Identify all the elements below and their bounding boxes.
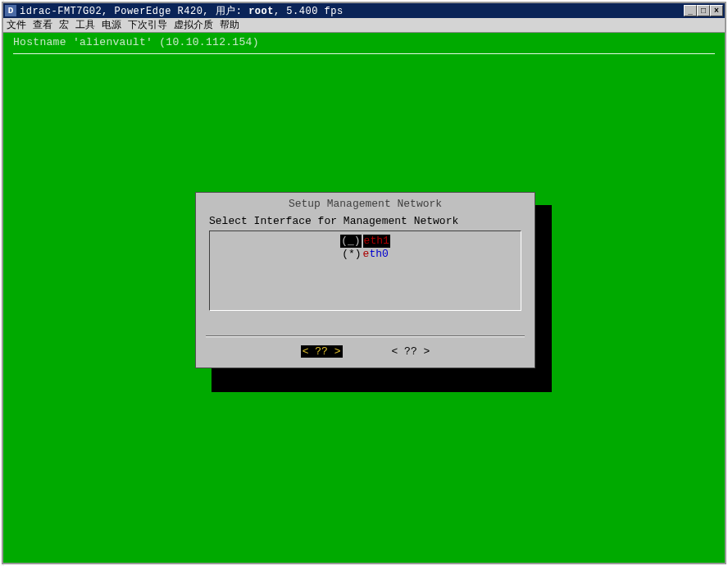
menubar: 文件 查看 宏 工具 电源 下次引导 虚拟介质 帮助	[3, 18, 725, 33]
menu-help[interactable]: 帮助	[220, 18, 239, 32]
app-icon: D	[5, 5, 16, 16]
dialog-title: Setup Management Network	[201, 196, 530, 215]
titlebar-user: root	[248, 6, 274, 17]
interface-label: eth0	[363, 248, 389, 261]
titlebar-text: idrac-FMT7G02, PowerEdge R420, 用户: root,…	[20, 4, 684, 18]
menu-file[interactable]: 文件	[7, 18, 26, 32]
maximize-button[interactable]: □	[697, 5, 710, 16]
dialog-buttons: < ?? > < ?? >	[201, 342, 530, 363]
titlebar: D idrac-FMT7G02, PowerEdge R420, 用户: roo…	[3, 3, 725, 18]
separator-line	[13, 53, 715, 54]
interface-option-eth1[interactable]: (_) eth1	[340, 235, 390, 248]
idrac-console-window: D idrac-FMT7G02, PowerEdge R420, 用户: roo…	[2, 2, 726, 564]
menu-nextboot[interactable]: 下次引导	[128, 18, 167, 32]
interface-label: eth1	[363, 235, 390, 248]
titlebar-suffix: , 5.400 fps	[274, 6, 344, 17]
titlebar-prefix: idrac-FMT7G02, PowerEdge R420, 用户:	[20, 6, 248, 17]
cancel-button[interactable]: < ?? >	[392, 345, 430, 358]
radio-marker: (*)	[342, 248, 361, 261]
hostname-line: Hostname 'alienvault' (10.10.112.154)	[13, 36, 715, 50]
close-button[interactable]: ×	[710, 5, 723, 16]
dialog-divider	[206, 335, 525, 337]
setup-network-dialog: Setup Management Network Select Interfac…	[195, 192, 535, 368]
window-controls: _ □ ×	[684, 5, 723, 16]
menu-view[interactable]: 查看	[33, 18, 52, 32]
dialog-prompt: Select Interface for Management Network	[201, 215, 530, 231]
console-area[interactable]: Hostname 'alienvault' (10.10.112.154) Se…	[3, 33, 725, 563]
interface-option-eth0[interactable]: (*) eth0	[342, 248, 389, 261]
menu-power[interactable]: 电源	[102, 18, 121, 32]
menu-macro[interactable]: 宏	[59, 18, 69, 32]
radio-marker: (_)	[340, 235, 361, 248]
menu-tools[interactable]: 工具	[75, 18, 95, 32]
ok-button[interactable]: < ?? >	[301, 345, 343, 358]
menu-virtualmedia[interactable]: 虚拟介质	[174, 18, 213, 32]
minimize-button[interactable]: _	[684, 5, 697, 16]
interface-listbox[interactable]: (_) eth1 (*) eth0	[209, 231, 521, 311]
